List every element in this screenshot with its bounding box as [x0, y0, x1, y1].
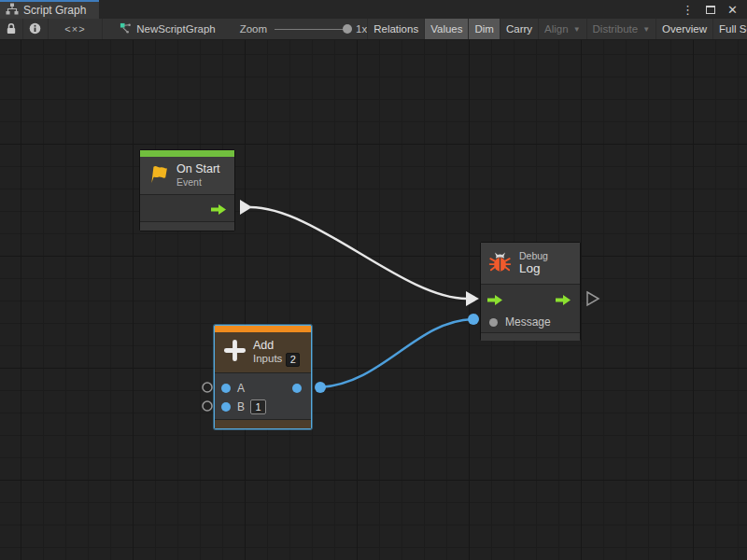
- node-surtitle: Debug: [519, 250, 548, 262]
- chevron-down-icon: ▼: [642, 25, 650, 34]
- relations-button[interactable]: Relations: [367, 19, 424, 40]
- value-wire-end-dot: [468, 314, 479, 325]
- zoom-slider[interactable]: [275, 19, 352, 40]
- titlebar: Script Graph ⋮ ✕: [0, 0, 747, 19]
- on-start-header: On Start Event: [140, 157, 234, 194]
- unconnected-port-circle-a[interactable]: [203, 383, 212, 392]
- flow-wire-end-arrow: [466, 291, 479, 306]
- node-title: Log: [519, 261, 548, 276]
- info-button[interactable]: [23, 19, 48, 40]
- maximize-icon[interactable]: [706, 6, 715, 14]
- unconnected-port-circle-b[interactable]: [203, 401, 212, 411]
- inputs-count-field[interactable]: [286, 353, 300, 367]
- message-input-port[interactable]: [489, 318, 498, 327]
- node-title: Add: [253, 339, 300, 353]
- trigger-output-port[interactable]: [555, 293, 571, 305]
- result-output-port[interactable]: [292, 384, 302, 393]
- node-footer: [140, 221, 234, 231]
- tab-script-graph[interactable]: Script Graph: [0, 0, 99, 19]
- lock-button[interactable]: [0, 19, 23, 40]
- graph-tab-icon: [6, 3, 19, 18]
- plus-icon: [222, 338, 247, 367]
- toolbar-button-row: Relations Values Dim Carry Align ▼ Distr…: [367, 19, 747, 40]
- menu-icon[interactable]: ⋮: [682, 4, 694, 16]
- code-view-button[interactable]: <×>: [49, 19, 104, 40]
- flag-icon: [147, 163, 171, 189]
- add-header: Add Inputs: [215, 332, 311, 372]
- graph-canvas[interactable]: On Start Event: [0, 40, 747, 560]
- full-screen-button[interactable]: Full Screen: [712, 19, 747, 40]
- node-footer: [481, 332, 580, 341]
- chevron-down-icon: ▼: [573, 25, 581, 34]
- math-colorbar: [215, 326, 311, 332]
- dim-button[interactable]: Dim: [468, 19, 499, 40]
- debug-log-node[interactable]: Debug Log Message: [480, 242, 581, 341]
- carry-button[interactable]: Carry: [500, 19, 538, 40]
- zoom-slider-track[interactable]: [275, 29, 345, 31]
- align-dropdown[interactable]: Align ▼: [538, 19, 586, 40]
- port-b-row: B: [215, 398, 311, 416]
- add-node[interactable]: Add Inputs A B: [214, 325, 312, 429]
- message-row: Message: [481, 311, 580, 333]
- distribute-label: Distribute: [593, 23, 639, 35]
- tab-title: Script Graph: [23, 4, 86, 17]
- info-icon: [29, 22, 41, 36]
- node-footer: [215, 419, 311, 428]
- connections-layer: [0, 40, 747, 560]
- debug-log-header: Debug Log: [481, 243, 580, 284]
- inputs-label: Inputs: [253, 353, 282, 366]
- zoom-label: Zoom: [240, 23, 267, 35]
- flow-wire[interactable]: [250, 207, 467, 299]
- message-port-label: Message: [505, 315, 551, 329]
- trigger-input-port[interactable]: [486, 293, 503, 305]
- graph-name-label: NewScriptGraph: [136, 23, 215, 35]
- zoom-value: 1x: [356, 23, 367, 35]
- trigger-output-port[interactable]: [210, 203, 227, 215]
- trigger-row: [481, 288, 580, 311]
- a-port-label: A: [237, 382, 245, 395]
- close-icon[interactable]: ✕: [727, 4, 738, 16]
- toolbar: <×> NewScriptGraph Zoom 1x Relations Val…: [0, 19, 747, 40]
- code-icon: <×>: [64, 23, 85, 35]
- bug-icon: [488, 250, 512, 277]
- zoom-slider-handle[interactable]: [343, 24, 352, 34]
- overview-button[interactable]: Overview: [655, 19, 712, 40]
- port-a-row: A: [215, 379, 311, 398]
- script-graph-asset-icon: [120, 22, 132, 36]
- script-graph-window: Script Graph ⋮ ✕: [0, 0, 747, 560]
- unconnected-trigger-triangle[interactable]: [587, 292, 599, 305]
- graph-reference[interactable]: NewScriptGraph: [120, 22, 215, 36]
- distribute-dropdown[interactable]: Distribute ▼: [586, 19, 656, 40]
- value-wire-start-dot: [315, 382, 326, 393]
- window-controls: ⋮ ✕: [682, 0, 747, 19]
- on-start-node[interactable]: On Start Event: [139, 149, 235, 231]
- value-wire[interactable]: [320, 319, 472, 387]
- event-colorbar: [140, 150, 234, 157]
- align-label: Align: [544, 23, 569, 35]
- values-button[interactable]: Values: [424, 19, 468, 40]
- a-input-port[interactable]: [221, 384, 231, 393]
- node-subtitle: Event: [176, 176, 220, 189]
- node-title: On Start: [176, 162, 220, 176]
- b-value-field[interactable]: [250, 399, 266, 414]
- b-input-port[interactable]: [221, 402, 231, 412]
- b-port-label: B: [237, 400, 245, 413]
- lock-icon: [6, 22, 17, 36]
